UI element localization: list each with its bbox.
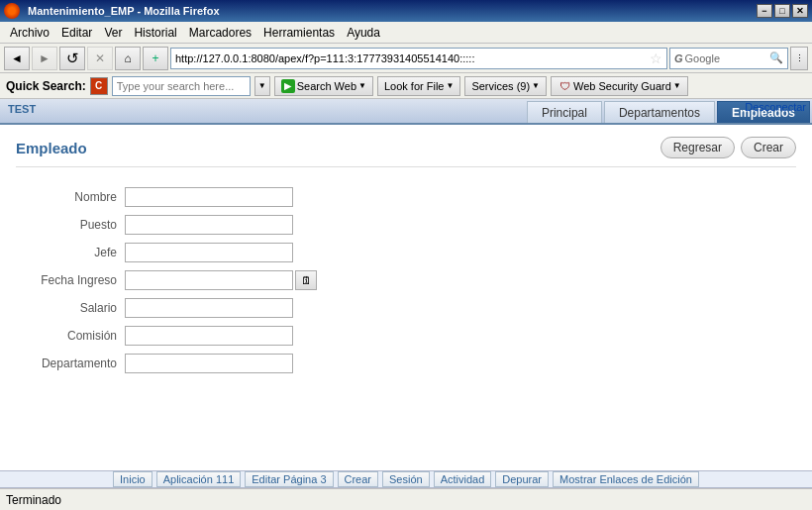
comision-input[interactable]: [125, 326, 293, 346]
employee-form: Nombre Puesto Jefe Fecha Ingreso: [16, 183, 796, 385]
fecha-label: Fecha Ingreso: [16, 273, 125, 287]
search-web-icon: ▶: [281, 79, 295, 93]
menu-editar[interactable]: Editar: [55, 24, 98, 42]
forward-button[interactable]: ►: [32, 47, 57, 70]
menu-historial[interactable]: Historial: [128, 24, 182, 42]
web-security-label: Web Security Guard: [573, 80, 671, 92]
departamento-row: Departamento: [16, 354, 796, 373]
shield-icon: 🛡: [558, 79, 571, 93]
services-label: Services (9): [471, 80, 530, 92]
window-controls: − □ ✕: [757, 4, 808, 18]
desconectar-link[interactable]: Desconectar: [745, 101, 806, 113]
quick-search-bar: Quick Search: C ▼ ▶ Search Web ▼ Look fo…: [0, 73, 812, 99]
google-icon: G: [674, 52, 683, 64]
puesto-row: Puesto: [16, 215, 796, 235]
close-button[interactable]: ✕: [792, 4, 808, 18]
star-icon[interactable]: ☆: [650, 51, 662, 66]
menu-herramientas[interactable]: Herramientas: [257, 24, 341, 42]
menu-ayuda[interactable]: Ayuda: [341, 24, 386, 42]
quick-search-icon[interactable]: C: [90, 77, 108, 95]
info-actividad[interactable]: Actividad: [434, 471, 492, 487]
address-bar[interactable]: http://127.0.0.1:8080/apex/f?p=111:3:177…: [170, 48, 667, 69]
search-box[interactable]: G Google 🔍: [669, 48, 788, 69]
page-header: Empleado Regresar Crear: [16, 137, 796, 167]
look-for-file-label: Look for File: [384, 80, 445, 92]
search-web-arrow: ▼: [358, 81, 366, 90]
info-editar-pagina[interactable]: Editar Página 3: [245, 471, 333, 487]
menu-marcadores[interactable]: Marcadores: [183, 24, 257, 42]
crear-button[interactable]: Crear: [741, 137, 796, 158]
info-depurar[interactable]: Depurar: [495, 471, 549, 487]
tab-principal[interactable]: Principal: [527, 101, 602, 123]
status-bar: Terminado: [0, 488, 812, 510]
page-area: Empleado Regresar Crear Nombre Puesto: [0, 125, 812, 470]
quick-search-dropdown[interactable]: ▼: [254, 76, 270, 96]
info-sesion[interactable]: Sesión: [382, 471, 430, 487]
salario-label: Salario: [16, 301, 125, 315]
calendar-button[interactable]: 🗓: [295, 270, 317, 290]
content-wrapper: Empleado Regresar Crear Nombre Puesto: [0, 125, 812, 488]
google-label: Google: [685, 52, 720, 64]
date-input-group: 🗓: [125, 270, 317, 290]
jefe-label: Jefe: [16, 246, 125, 259]
salario-input[interactable]: [125, 298, 293, 318]
main-area: TEST Principal Departamentos Empleados E…: [0, 99, 812, 510]
search-web-button[interactable]: ▶ Search Web ▼: [274, 76, 373, 96]
info-aplicacion[interactable]: Aplicación 111: [156, 471, 242, 487]
menu-ver[interactable]: Ver: [98, 24, 128, 42]
nombre-row: Nombre: [16, 187, 796, 207]
services-arrow: ▼: [532, 81, 540, 90]
firefox-icon: [4, 3, 20, 19]
info-mostrar-enlaces[interactable]: Mostrar Enlaces de Edición: [553, 471, 699, 487]
regresar-button[interactable]: Regresar: [660, 137, 735, 158]
test-label: TEST: [8, 103, 36, 115]
comision-row: Comisión: [16, 326, 796, 346]
comision-label: Comisión: [16, 329, 125, 343]
minimize-button[interactable]: −: [757, 4, 772, 18]
header-buttons: Regresar Crear: [660, 137, 796, 158]
departamento-input[interactable]: [125, 354, 293, 373]
search-web-label: Search Web: [297, 80, 356, 92]
nombre-input[interactable]: [125, 187, 293, 207]
puesto-input[interactable]: [125, 215, 293, 235]
quick-search-label: Quick Search:: [6, 79, 86, 93]
toolbar-menu-button[interactable]: ⋮: [790, 47, 808, 70]
stop-button[interactable]: ✕: [87, 47, 113, 70]
tab-departamentos[interactable]: Departamentos: [604, 101, 715, 123]
refresh-button[interactable]: ↺: [59, 47, 85, 70]
back-button[interactable]: ◄: [4, 47, 30, 70]
jefe-input[interactable]: [125, 243, 293, 262]
maximize-button[interactable]: □: [774, 4, 790, 18]
window-title: Mantenimiento_EMP - Mozilla Firefox: [28, 5, 220, 17]
info-inicio[interactable]: Inicio: [113, 471, 152, 487]
fecha-row: Fecha Ingreso 🗓: [16, 270, 796, 290]
address-text: http://127.0.0.1:8080/apex/f?p=111:3:177…: [175, 52, 650, 64]
look-file-arrow: ▼: [446, 81, 454, 90]
navigation-toolbar: ◄ ► ↺ ✕ ⌂ + http://127.0.0.1:8080/apex/f…: [0, 44, 812, 73]
title-bar: Mantenimiento_EMP - Mozilla Firefox − □ …: [0, 0, 812, 22]
look-for-file-button[interactable]: Look for File ▼: [377, 76, 460, 96]
jefe-row: Jefe: [16, 243, 796, 262]
fecha-input[interactable]: [125, 270, 293, 290]
status-text: Terminado: [6, 493, 61, 507]
services-button[interactable]: Services (9) ▼: [464, 76, 547, 96]
info-crear[interactable]: Crear: [338, 471, 379, 487]
nombre-label: Nombre: [16, 190, 125, 204]
info-bar: Inicio Aplicación 111 Editar Página 3 Cr…: [0, 470, 812, 488]
tabs-row: TEST Principal Departamentos Empleados: [0, 99, 812, 125]
web-security-button[interactable]: 🛡 Web Security Guard ▼: [551, 76, 688, 96]
departamento-label: Departamento: [16, 357, 125, 370]
search-magnify-icon: 🔍: [769, 51, 783, 64]
menu-bar: Archivo Editar Ver Historial Marcadores …: [0, 22, 812, 44]
menu-archivo[interactable]: Archivo: [4, 24, 55, 42]
page-title: Empleado: [16, 140, 87, 156]
newpage-button[interactable]: +: [143, 47, 168, 70]
salario-row: Salario: [16, 298, 796, 318]
home-button[interactable]: ⌂: [115, 47, 141, 70]
web-security-arrow: ▼: [673, 81, 681, 90]
puesto-label: Puesto: [16, 218, 125, 232]
quick-search-input[interactable]: [112, 76, 251, 96]
